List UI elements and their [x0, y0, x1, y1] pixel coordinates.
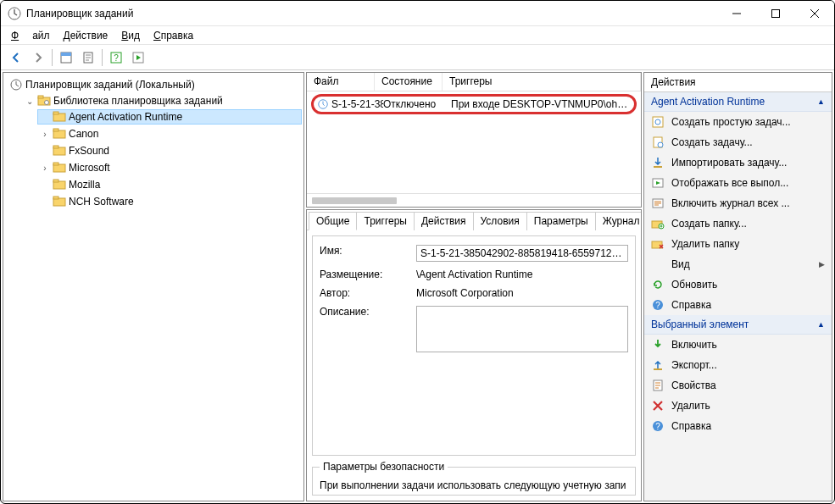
show-hide-action-pane-button[interactable]	[56, 47, 76, 68]
action--[interactable]: Включить журнал всех ...	[644, 193, 832, 213]
tree-item-agent-activation-runtime[interactable]: Agent Activation Runtime	[37, 109, 302, 125]
svg-rect-15	[53, 129, 58, 131]
menubar: Файл Действие Вид Справка	[1, 26, 834, 45]
minimize-button[interactable]	[717, 1, 756, 25]
action--[interactable]: ?Справка	[644, 416, 832, 436]
action--[interactable]: Создать папку...	[644, 213, 832, 234]
tree-library[interactable]: ⌄ Библиотека планировщика заданий	[22, 93, 302, 108]
tree-item-mozilla[interactable]: Mozilla	[37, 177, 302, 192]
action-label: Удалить папку	[671, 238, 739, 250]
action--[interactable]: Включить	[644, 335, 832, 355]
window-controls	[717, 1, 834, 25]
tree-item-label: Agent Activation Runtime	[69, 111, 182, 123]
task-scheduler-icon	[9, 78, 23, 91]
properties-button[interactable]	[78, 47, 98, 68]
action--[interactable]: Отображать все выпол...	[644, 173, 832, 193]
task-icon	[317, 98, 329, 110]
collapse-icon: ▲	[817, 97, 825, 106]
help-button[interactable]: ?	[106, 47, 126, 68]
tree-item-nch-software[interactable]: NCH Software	[37, 194, 302, 209]
tree-item-microsoft[interactable]: ›Microsoft	[37, 160, 302, 175]
action--[interactable]: Импортировать задачу...	[644, 152, 832, 173]
author-value: Microsoft Corporation	[416, 287, 628, 299]
col-state[interactable]: Состояние	[375, 73, 443, 91]
location-value: \Agent Activation Runtime	[416, 269, 628, 280]
expander-icon[interactable]: ⌄	[25, 97, 35, 106]
task-row[interactable]: S-1-5-21-38... Отключено При входе DESKT…	[314, 97, 634, 112]
action--[interactable]: Обновить	[644, 274, 832, 295]
action-icon	[651, 379, 665, 392]
menu-file[interactable]: Файл	[4, 28, 57, 43]
details-pane: ОбщиеТриггерыДействияУсловияПараметрыЖур…	[306, 209, 642, 501]
expander-icon[interactable]: ›	[40, 130, 50, 139]
location-label: Размещение:	[320, 269, 413, 280]
tree-root[interactable]: Планировщик заданий (Локальный)	[7, 77, 302, 92]
action-label: Импортировать задачу...	[671, 157, 787, 169]
action-label: Включить	[671, 339, 717, 351]
task-state: Отключено	[383, 98, 451, 110]
svg-text:?: ?	[655, 422, 660, 431]
action-icon	[651, 358, 665, 372]
toolbar: ?	[1, 45, 834, 70]
close-button[interactable]	[795, 1, 834, 25]
action-icon	[651, 136, 665, 149]
tab-1[interactable]: Триггеры	[356, 212, 415, 230]
col-file[interactable]: Файл	[307, 73, 375, 91]
description-field[interactable]	[416, 306, 628, 352]
svg-rect-29	[654, 166, 662, 168]
menu-help[interactable]: Справка	[147, 28, 200, 43]
tree-item-fxsound[interactable]: FxSound	[37, 143, 302, 158]
tab-0[interactable]: Общие	[309, 212, 357, 230]
svg-rect-25	[653, 117, 663, 127]
tab-2[interactable]: Действия	[414, 212, 474, 230]
svg-rect-13	[53, 112, 58, 114]
action-label: Отображать все выпол...	[671, 177, 788, 189]
section-agent-activation[interactable]: Agent Activation Runtime ▲	[644, 92, 832, 112]
run-button[interactable]	[128, 47, 148, 68]
svg-point-28	[658, 142, 663, 147]
folder-icon	[53, 127, 66, 141]
description-label: Описание:	[320, 306, 413, 318]
maximize-button[interactable]	[756, 1, 795, 25]
section-selected-item[interactable]: Выбранный элемент ▲	[644, 315, 832, 335]
name-field[interactable]: S-1-5-21-385042902-885819418-655971288-1…	[416, 245, 628, 262]
forward-button[interactable]	[28, 47, 48, 68]
tree[interactable]: Планировщик заданий (Локальный) ⌄ Библио…	[5, 76, 302, 212]
svg-rect-37	[654, 368, 662, 370]
back-button[interactable]	[6, 47, 26, 68]
action--[interactable]: ?Справка	[644, 295, 832, 315]
expander-icon[interactable]: ›	[40, 163, 50, 173]
action-icon	[651, 156, 665, 169]
window-title: Планировщик заданий	[26, 8, 717, 19]
action--[interactable]: Свойства	[644, 375, 832, 396]
tab-4[interactable]: Параметры	[526, 212, 596, 230]
svg-rect-23	[53, 197, 58, 199]
action--[interactable]: Создать задачу...	[644, 132, 832, 152]
action--[interactable]: Создать простую задач...	[644, 112, 832, 132]
menu-view[interactable]: Вид	[114, 28, 147, 43]
menu-action[interactable]: Действие	[57, 28, 115, 43]
tree-item-label: Microsoft	[69, 162, 110, 174]
svg-point-11	[45, 101, 49, 105]
folder-icon	[53, 161, 66, 174]
hscroll[interactable]	[307, 193, 641, 207]
tab-5[interactable]: Журнал	[595, 212, 642, 230]
action--[interactable]: Вид▶	[644, 254, 832, 274]
action-icon	[651, 278, 665, 291]
action-icon	[651, 115, 665, 129]
action-icon	[651, 338, 665, 352]
titlebar: Планировщик заданий	[1, 1, 834, 26]
task-trigger: При входе DESKTOP-VTNMUP0\ohrau	[451, 98, 631, 110]
svg-rect-19	[53, 163, 58, 165]
action-icon	[651, 399, 665, 413]
action--[interactable]: Удалить	[644, 396, 832, 416]
action-label: Вид	[671, 258, 690, 270]
tab-3[interactable]: Условия	[473, 212, 527, 230]
folder-icon	[53, 144, 66, 158]
folder-icon	[53, 110, 66, 124]
col-triggers[interactable]: Триггеры	[443, 73, 641, 91]
action--[interactable]: Удалить папку	[644, 234, 832, 254]
main: Планировщик заданий (Локальный) ⌄ Библио…	[1, 70, 834, 503]
action--[interactable]: Экспорт...	[644, 355, 832, 375]
tree-item-canon[interactable]: ›Canon	[37, 126, 302, 141]
